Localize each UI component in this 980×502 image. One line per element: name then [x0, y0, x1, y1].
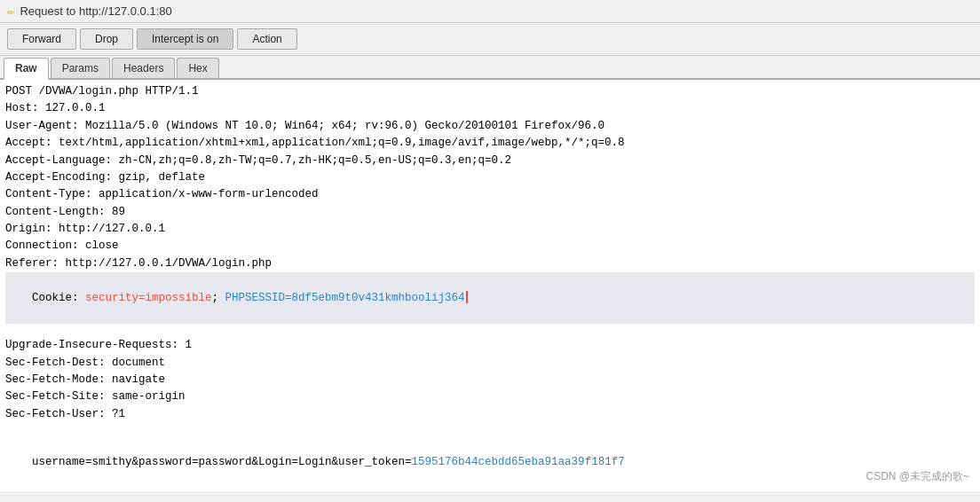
request-line-9: Origin: http://127.0.0.1 [5, 223, 165, 235]
request-line-4: Accept: text/html,application/xhtml+xml,… [5, 137, 625, 149]
edit-icon: ✏ [7, 4, 14, 19]
request-content[interactable]: POST /DVWA/login.php HTTP/1.1 Host: 127.… [0, 80, 980, 491]
request-line-3: User-Agent: Mozilla/5.0 (Windows NT 10.0… [5, 120, 605, 132]
request-line-1: POST /DVWA/login.php HTTP/1.1 [5, 85, 199, 98]
watermark: CSDN @未完成的歌~ [865, 469, 969, 484]
request-line-8: Content-Length: 89 [5, 206, 125, 218]
request-line-14: Sec-Fetch-Dest: document [5, 357, 165, 369]
intercept-button[interactable]: Intercept is on [137, 28, 233, 50]
cursor [466, 291, 468, 303]
tab-headers[interactable]: Headers [112, 58, 175, 78]
request-line-11: Referer: http://127.0.0.1/DVWA/login.php [5, 257, 272, 270]
cookie-phpsessid: PHPSESSID=8df5ebm9t0v431kmhboolij364 [225, 292, 465, 304]
tab-hex[interactable]: Hex [177, 58, 218, 78]
request-line-7: Content-Type: application/x-www-form-url… [5, 188, 319, 200]
request-line-13: Upgrade-Insecure-Requests: 1 [5, 339, 192, 351]
request-line-6: Accept-Encoding: gzip, deflate [5, 171, 205, 184]
page-title: Request to http://127.0.0.1:80 [20, 4, 171, 18]
action-button[interactable]: Action [237, 28, 296, 50]
forward-button[interactable]: Forward [7, 28, 76, 50]
post-prefix: username=smithy&password=password&Login=… [32, 456, 412, 468]
request-line-16: Sec-Fetch-Site: same-origin [5, 390, 186, 403]
tab-raw[interactable]: Raw [4, 58, 49, 80]
title-bar: ✏ Request to http://127.0.0.1:80 [0, 0, 980, 23]
request-line-5: Accept-Language: zh-CN,zh;q=0.8,zh-TW;q=… [5, 154, 511, 167]
request-line-17: Sec-Fetch-User: ?1 [5, 408, 125, 420]
request-cookie-line: Cookie: security=impossible; PHPSESSID=8… [5, 272, 975, 324]
request-line-2: Host: 127.0.0.1 [5, 102, 106, 114]
tab-params[interactable]: Params [51, 58, 110, 78]
request-line-15: Sec-Fetch-Mode: navigate [5, 373, 165, 386]
cookie-label: Cookie: [32, 292, 85, 304]
cookie-sep: ; [212, 292, 225, 304]
drop-button[interactable]: Drop [80, 28, 133, 50]
tabs-bar: Raw Params Headers Hex [0, 56, 980, 80]
toolbar: Forward Drop Intercept is on Action [0, 23, 980, 56]
cookie-security: security=impossible [85, 292, 212, 304]
post-token: 1595176b44cebdd65eba91aa39f181f7 [412, 456, 625, 468]
post-data-line: username=smithy&password=password&Login=… [5, 456, 625, 485]
request-line-10: Connection: close [5, 239, 119, 252]
